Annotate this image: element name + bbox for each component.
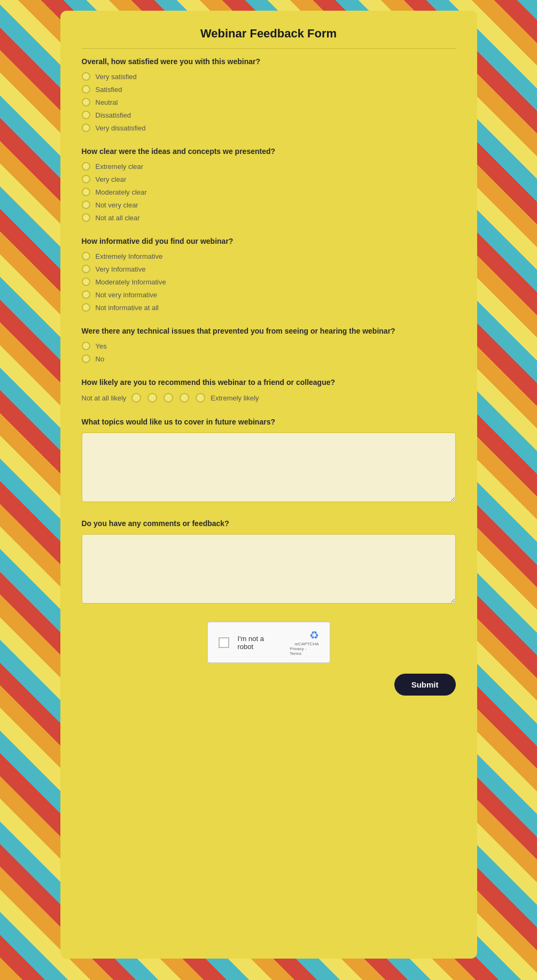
informative-option-3[interactable]: Moderately Informative <box>82 277 456 286</box>
informative-option-2[interactable]: Very Informative <box>82 265 456 273</box>
recommend-radio-3[interactable] <box>164 393 173 403</box>
clarity-option-label-5: Not at all clear <box>96 214 140 222</box>
satisfaction-option-label-3: Neutral <box>96 98 118 106</box>
satisfaction-option-1[interactable]: Very satisfied <box>82 72 456 81</box>
satisfaction-option-label-2: Satisfied <box>96 86 122 94</box>
captcha-checkbox[interactable] <box>219 637 229 648</box>
informative-radio-4[interactable] <box>82 290 90 299</box>
informative-option-label-2: Very Informative <box>96 265 146 273</box>
comments-textarea[interactable] <box>82 534 456 604</box>
clarity-option-label-1: Extremely clear <box>96 163 144 171</box>
clarity-option-4[interactable]: Not very clear <box>82 200 456 209</box>
clarity-option-label-4: Not very clear <box>96 201 138 209</box>
scale-right-label: Extremely likely <box>211 394 259 402</box>
satisfaction-radio-2[interactable] <box>82 85 90 94</box>
informative-radio-5[interactable] <box>82 303 90 312</box>
satisfaction-label: Overall, how satisfied were you with thi… <box>82 57 456 66</box>
recaptcha-sub: Privacy - Terms <box>290 646 318 656</box>
clarity-radio-2[interactable] <box>82 175 90 183</box>
comments-question: Do you have any comments or feedback? <box>82 519 456 606</box>
recommend-radio-1[interactable] <box>131 393 141 403</box>
informative-option-4[interactable]: Not very informative <box>82 290 456 299</box>
satisfaction-radio-1[interactable] <box>82 72 90 81</box>
recommend-scale-radios <box>131 393 205 403</box>
satisfaction-option-label-1: Very satisfied <box>96 73 137 81</box>
recommend-radio-2[interactable] <box>147 393 157 403</box>
technical-option-1[interactable]: Yes <box>82 342 456 350</box>
topics-label: What topics would like us to cover in fu… <box>82 418 456 426</box>
clarity-option-label-2: Very clear <box>96 175 127 183</box>
informative-option-label-4: Not very informative <box>96 291 158 299</box>
satisfaction-radio-4[interactable] <box>82 111 90 119</box>
satisfaction-option-3[interactable]: Neutral <box>82 98 456 106</box>
recommend-radio-5[interactable] <box>196 393 205 403</box>
clarity-option-2[interactable]: Very clear <box>82 175 456 183</box>
informative-option-label-3: Moderately Informative <box>96 278 166 286</box>
technical-question: Were there any technical issues that pre… <box>82 327 456 363</box>
recommend-scale-row: Not at all likely Extremely likely <box>82 393 456 403</box>
technical-option-2[interactable]: No <box>82 354 456 363</box>
informative-radio-1[interactable] <box>82 252 90 260</box>
clarity-question: How clear were the ideas and concepts we… <box>82 147 456 222</box>
captcha-box[interactable]: I'm not a robot ♻ reCAPTCHA Privacy - Te… <box>207 622 330 663</box>
satisfaction-option-5[interactable]: Very dissatisfied <box>82 124 456 132</box>
satisfaction-radio-3[interactable] <box>82 98 90 106</box>
recommend-radio-4[interactable] <box>180 393 189 403</box>
topics-textarea[interactable] <box>82 433 456 502</box>
clarity-radio-4[interactable] <box>82 200 90 209</box>
satisfaction-question: Overall, how satisfied were you with thi… <box>82 57 456 132</box>
clarity-option-3[interactable]: Moderately clear <box>82 188 456 196</box>
recommend-question: How likely are you to recommend this web… <box>82 378 456 403</box>
informative-question: How informative did you find our webinar… <box>82 237 456 312</box>
captcha-logo: ♻ reCAPTCHA Privacy - Terms <box>290 629 318 656</box>
clarity-option-1[interactable]: Extremely clear <box>82 162 456 171</box>
satisfaction-option-4[interactable]: Dissatisfied <box>82 111 456 119</box>
recommend-label: How likely are you to recommend this web… <box>82 378 456 387</box>
informative-option-1[interactable]: Extremely Informative <box>82 252 456 260</box>
captcha-container: I'm not a robot ♻ reCAPTCHA Privacy - Te… <box>82 622 456 663</box>
recaptcha-brand: reCAPTCHA <box>294 642 318 646</box>
informative-option-label-1: Extremely Informative <box>96 252 163 260</box>
satisfaction-option-label-5: Very dissatisfied <box>96 124 146 132</box>
informative-label: How informative did you find our webinar… <box>82 237 456 245</box>
informative-option-label-5: Not informative at all <box>96 304 159 312</box>
comments-label: Do you have any comments or feedback? <box>82 519 456 528</box>
technical-radio-1[interactable] <box>82 342 90 350</box>
form-title: Webinar Feedback Form <box>82 27 456 49</box>
clarity-radio-3[interactable] <box>82 188 90 196</box>
clarity-option-5[interactable]: Not at all clear <box>82 213 456 222</box>
informative-radio-3[interactable] <box>82 277 90 286</box>
informative-radio-2[interactable] <box>82 265 90 273</box>
clarity-radio-5[interactable] <box>82 213 90 222</box>
clarity-radio-1[interactable] <box>82 162 90 171</box>
topics-question: What topics would like us to cover in fu… <box>82 418 456 504</box>
informative-option-5[interactable]: Not informative at all <box>82 303 456 312</box>
satisfaction-radio-5[interactable] <box>82 124 90 132</box>
form-container: Webinar Feedback Form Overall, how satis… <box>60 11 477 959</box>
clarity-label: How clear were the ideas and concepts we… <box>82 147 456 156</box>
satisfaction-option-label-4: Dissatisfied <box>96 111 131 119</box>
submit-row: Submit <box>82 674 456 696</box>
captcha-text: I'm not a robot <box>238 635 282 651</box>
clarity-option-label-3: Moderately clear <box>96 188 147 196</box>
technical-option-label-1: Yes <box>96 342 107 350</box>
recaptcha-icon: ♻ <box>309 629 319 642</box>
submit-button[interactable]: Submit <box>394 674 456 696</box>
technical-radio-2[interactable] <box>82 354 90 363</box>
satisfaction-option-2[interactable]: Satisfied <box>82 85 456 94</box>
technical-label: Were there any technical issues that pre… <box>82 327 456 335</box>
technical-option-label-2: No <box>96 355 105 363</box>
scale-left-label: Not at all likely <box>82 394 127 402</box>
